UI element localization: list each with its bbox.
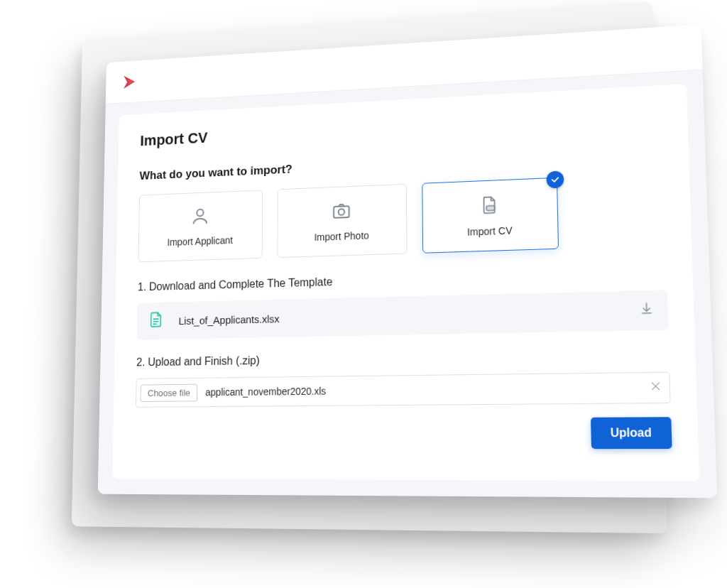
svg-rect-1 (334, 206, 349, 218)
step2-label: 2. Upload and Finish (.zip) (136, 348, 669, 369)
clear-file-icon[interactable] (650, 380, 662, 395)
svg-point-2 (339, 209, 344, 215)
document-icon: DOC (479, 194, 501, 219)
template-filename: List_of_Applicants.xlsx (178, 304, 639, 326)
person-icon (190, 205, 210, 229)
option-import-applicant[interactable]: Import Applicant (138, 190, 263, 262)
step1-label: 1. Download and Complete The Template (138, 266, 667, 293)
brand-logo-icon (121, 72, 143, 92)
option-label: Import CV (467, 225, 513, 238)
camera-icon (331, 200, 351, 224)
file-upload-row: Choose file applicant_november2020.xls (136, 372, 671, 408)
check-badge-icon (546, 170, 564, 188)
download-icon[interactable] (639, 301, 655, 319)
choose-file-button[interactable]: Choose file (141, 383, 198, 401)
option-label: Import Photo (315, 230, 369, 243)
panel-title: Import CV (140, 105, 662, 150)
svg-text:DOC: DOC (488, 207, 494, 210)
file-spreadsheet-icon (148, 311, 163, 330)
svg-point-0 (197, 209, 203, 217)
template-download-row: List_of_Applicants.xlsx (137, 290, 669, 339)
import-panel: Import CV What do you want to import? Im… (112, 84, 699, 481)
option-label: Import Applicant (167, 234, 233, 248)
chosen-filename: applicant_november2020.xls (205, 382, 640, 398)
option-import-cv[interactable]: DOC Import CV (422, 178, 559, 254)
option-import-photo[interactable]: Import Photo (277, 184, 407, 258)
upload-button[interactable]: Upload (591, 417, 672, 449)
panel-actions: Upload (135, 417, 672, 450)
app-window: Import CV What do you want to import? Im… (98, 24, 718, 498)
import-option-row: Import Applicant Import Photo (138, 173, 666, 262)
app-body: Import CV What do you want to import? Im… (98, 70, 718, 499)
